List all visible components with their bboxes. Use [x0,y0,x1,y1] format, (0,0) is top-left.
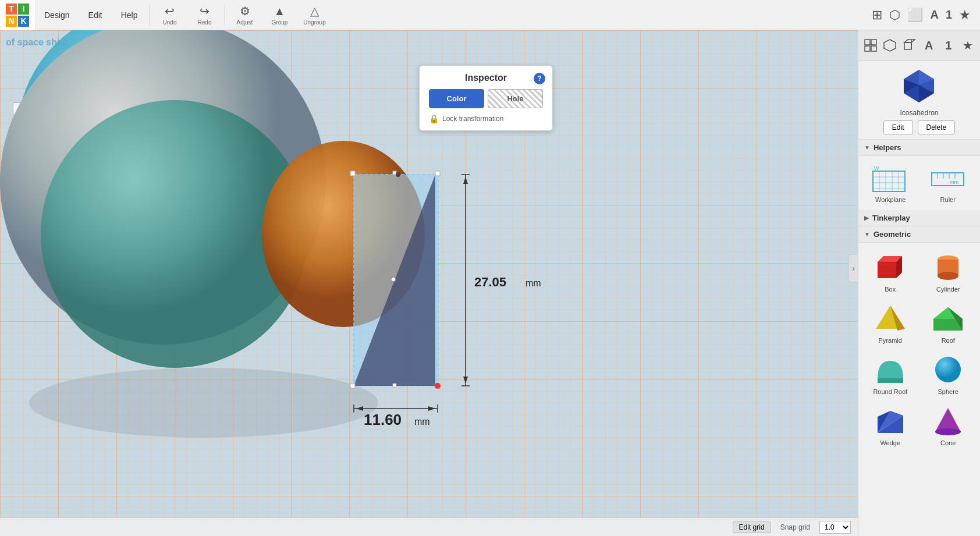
svg-marker-10 [904,40,915,42]
svg-rect-9 [904,42,911,49]
geometric-arrow-icon: ▼ [864,231,870,237]
edit-grid-button[interactable]: Edit grid [733,521,771,533]
shape-wedge[interactable]: Wedge [863,401,918,449]
cone-shape-icon [928,403,968,438]
svg-marker-8 [884,40,896,51]
handle-tm[interactable] [393,171,396,175]
undo-icon: ↩ [165,4,175,18]
workplane-item[interactable]: W Workplane [863,161,918,205]
lock-row: 🔒 Lock transformation [429,114,543,123]
inspector-panel: Inspector ? Color Hole 🔒 Lock transforma… [419,65,553,131]
redo-button[interactable]: ↪ Redo [187,2,222,29]
menu-help[interactable]: Help [112,0,147,30]
logo-t: T [6,3,17,15]
ruler-icon: mm [928,163,968,195]
grid-icon-btn[interactable] [861,35,880,56]
shape-action-buttons: Edit Delete [883,120,955,134]
right-panel: A 1 ★ Icosahedron Edit De [858,30,980,536]
tinkerplay-label: Tinkerplay [872,214,910,222]
box-icon-btn[interactable] [900,35,919,56]
svg-rect-46 [878,378,903,383]
shape-box[interactable]: Box [863,247,918,295]
handle-tr[interactable] [435,171,440,176]
helpers-arrow-icon: ▼ [864,144,870,151]
number-icon[interactable]: 1 [946,8,952,22]
shape-sphere[interactable]: Sphere [921,350,976,397]
helpers-grid: W Workplane mm Ruler [858,156,980,210]
wedge-label: Wedge [880,439,900,446]
shadow-ellipse [29,368,378,438]
hex-icon-btn[interactable] [880,35,900,56]
height-measurement: 27.05 [474,275,506,289]
shape-delete-button[interactable]: Delete [918,120,956,134]
handle-bl[interactable] [350,384,355,388]
round-roof-label: Round Roof [873,388,907,395]
group-button[interactable]: ▲ Group [262,2,297,29]
star-btn[interactable]: ★ [958,35,978,56]
menubar: T I N K Design Edit Help ↩ Undo ↪ Redo ⚙… [0,0,980,30]
sphere-shape-icon [928,352,968,387]
handle-bm[interactable] [393,384,396,387]
menu-design[interactable]: Design [35,0,79,30]
adjust-button[interactable]: ⚙ Adjust [228,2,262,29]
box-view-icon[interactable]: ⬜ [907,8,923,23]
letter-a-btn[interactable]: A [919,35,939,56]
tinkerplay-section-header[interactable]: ▶ Tinkerplay [858,210,980,226]
svg-text:W: W [874,165,879,171]
shape-name-label: Icosahedron [900,109,938,117]
panel-collapse-handle[interactable]: › [848,254,858,282]
undo-button[interactable]: ↩ Undo [152,2,187,29]
handle-tl[interactable] [350,171,355,176]
svg-rect-4 [865,40,870,45]
svg-text:mm: mm [950,179,958,185]
geometric-section-header[interactable]: ▼ Geometric [858,226,980,243]
logo-i: I [18,3,29,15]
ruler-item[interactable]: mm Ruler [921,161,976,205]
redo-icon: ↪ [200,4,210,18]
box-shape-icon [870,250,911,285]
shape-pyramid[interactable]: Pyramid [863,299,918,346]
ungroup-label: Ungroup [303,19,325,26]
shape-roof[interactable]: Roof [921,299,976,346]
pyramid-label: Pyramid [879,337,902,344]
undo-label: Undo [163,19,177,26]
shape-round-roof[interactable]: Round Roof [863,350,918,397]
shape-edit-button[interactable]: Edit [883,120,913,134]
divider-2 [225,5,225,26]
star-icon[interactable]: ★ [959,8,971,23]
menu-edit[interactable]: Edit [79,0,112,30]
svg-rect-29 [932,173,964,186]
svg-rect-35 [878,262,896,278]
shape-cylinder[interactable]: Cylinder [921,247,976,295]
shapes-grid: Box Cylinder [858,243,980,453]
width-unit: mm [414,417,430,427]
height-unit: mm [525,278,541,288]
shape-cone[interactable]: Cone [921,401,976,449]
number-1-btn[interactable]: 1 [939,35,958,56]
geometric-label: Geometric [874,230,911,239]
app-logo[interactable]: T I N K [0,0,35,30]
redo-label: Redo [198,19,212,26]
cylinder-label: Cylinder [936,286,960,293]
grid-view-icon[interactable]: ⊞ [872,8,882,23]
snap-grid-select[interactable]: 1.0 0.5 0.25 2.0 [819,521,851,534]
center-handle[interactable] [391,277,396,282]
selected-shape-area: Icosahedron Edit Delete [858,61,980,140]
inspector-title: Inspector [429,73,543,83]
svg-point-40 [938,272,958,280]
helpers-section-header[interactable]: ▼ Helpers [858,140,980,156]
ungroup-button[interactable]: △ Ungroup [297,2,332,29]
3d-view-icon[interactable]: ⬡ [889,8,900,23]
color-button[interactable]: Color [429,89,484,108]
width-measurement: 11.60 [364,411,402,428]
logo-k: K [18,16,29,27]
adjust-icon: ⚙ [240,4,250,18]
red-handle[interactable] [435,383,441,389]
inspector-help-button[interactable]: ? [534,73,545,84]
helpers-label: Helpers [874,143,901,152]
snap-grid-label: Snap grid [780,523,810,531]
top-handle-dot[interactable] [396,172,400,177]
hole-button[interactable]: Hole [488,89,543,108]
canvas-area[interactable]: of space shi... ▲ ◀ ⌂ ▶ ▼ ? + − [0,30,858,536]
text-icon[interactable]: A [930,8,938,22]
